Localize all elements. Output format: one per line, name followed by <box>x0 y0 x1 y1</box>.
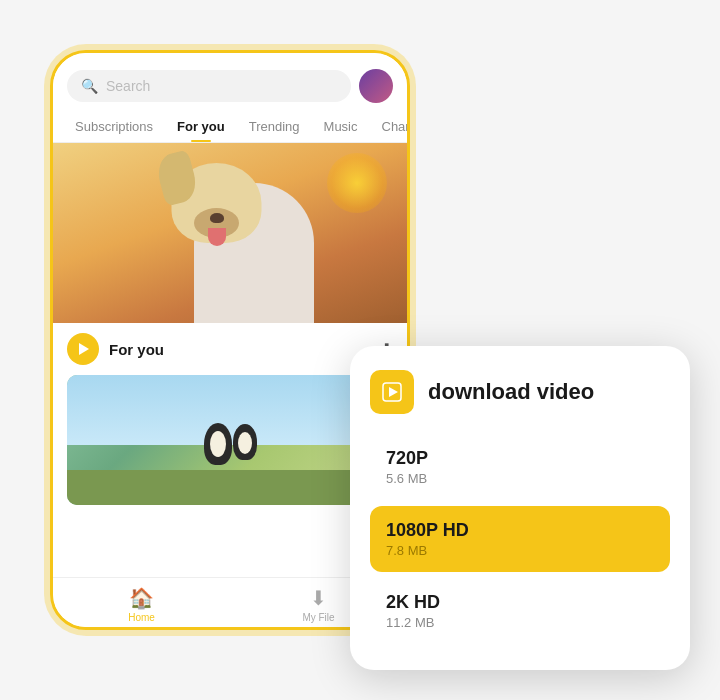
myfile-icon: ⬇ <box>310 586 327 610</box>
tab-for-you[interactable]: For you <box>167 111 235 142</box>
quality-label-2k: 2K HD <box>386 592 654 613</box>
search-bar: 🔍 Search <box>53 53 407 111</box>
hero-video-thumbnail[interactable] <box>53 143 407 323</box>
sun-glow <box>327 153 387 213</box>
play-icon <box>75 341 91 357</box>
second-video-thumbnail[interactable] <box>67 375 393 505</box>
home-icon: 🏠 <box>129 586 154 610</box>
dog-nose <box>210 213 224 223</box>
search-input[interactable]: Search <box>106 78 150 94</box>
tab-music[interactable]: Music <box>314 111 368 142</box>
grass <box>67 470 393 505</box>
tab-subscriptions[interactable]: Subscriptions <box>65 111 163 142</box>
dog-scene-bg <box>53 143 407 323</box>
dog-tongue <box>208 228 226 246</box>
search-input-wrap[interactable]: 🔍 Search <box>67 70 351 102</box>
nav-home[interactable]: 🏠 Home <box>53 586 230 623</box>
search-icon: 🔍 <box>81 78 98 94</box>
download-icon-box <box>370 370 414 414</box>
avatar[interactable] <box>359 69 393 103</box>
penguin-scene <box>67 375 393 505</box>
section-title: For you <box>109 341 370 358</box>
svg-marker-0 <box>79 343 89 355</box>
quality-size-2k: 11.2 MB <box>386 615 654 630</box>
section-icon <box>67 333 99 365</box>
penguin-2 <box>233 424 257 460</box>
avatar-image <box>359 69 393 103</box>
dog-snout <box>194 208 239 238</box>
tab-trending[interactable]: Trending <box>239 111 310 142</box>
dog-head <box>172 163 262 243</box>
quality-size-1080p: 7.8 MB <box>386 543 654 558</box>
myfile-label: My File <box>302 612 334 623</box>
download-title: download video <box>428 379 594 405</box>
quality-option-1080p[interactable]: 1080P HD 7.8 MB <box>370 506 670 572</box>
home-label: Home <box>128 612 155 623</box>
nav-tabs: Subscriptions For you Trending Music Cha… <box>53 111 407 143</box>
download-header: download video <box>370 370 670 414</box>
quality-label-1080p: 1080P HD <box>386 520 654 541</box>
quality-option-720p[interactable]: 720P 5.6 MB <box>370 434 670 500</box>
quality-label-720p: 720P <box>386 448 654 469</box>
download-panel: download video 720P 5.6 MB 1080P HD 7.8 … <box>350 346 690 670</box>
scene: 🔍 Search Subscriptions For you Trending <box>30 30 690 670</box>
tab-chan[interactable]: Chan <box>372 111 408 142</box>
quality-option-2k[interactable]: 2K HD 11.2 MB <box>370 578 670 644</box>
svg-marker-2 <box>389 387 398 397</box>
quality-size-720p: 5.6 MB <box>386 471 654 486</box>
play-icon-large <box>380 380 404 404</box>
penguin-1 <box>204 423 232 465</box>
